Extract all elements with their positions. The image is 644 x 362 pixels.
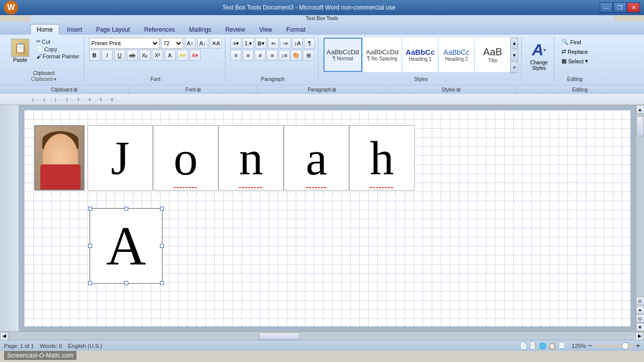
scroll-select-button[interactable]: ● [636, 306, 645, 314]
increase-indent-button[interactable]: ⇒ [280, 38, 291, 49]
letter-box-a[interactable]: a [284, 125, 349, 191]
align-center-button[interactable]: ≡ [243, 50, 254, 61]
style-no-spacing[interactable]: AaBbCcDd ¶ No Spacing [363, 38, 401, 72]
tab-review[interactable]: Review [219, 24, 252, 35]
paragraph-label-bar[interactable]: Paragraph ⊞ [258, 85, 386, 94]
borders-button[interactable]: ⊞ [303, 50, 314, 61]
scroll-thumb[interactable] [636, 116, 644, 136]
paste-button[interactable]: 📋 Paste [7, 38, 33, 64]
style-more[interactable]: ≡ [510, 62, 518, 73]
web-layout-button[interactable]: 🌐 [539, 342, 546, 349]
letter-box-o[interactable]: o [153, 125, 218, 191]
font-color-button[interactable]: A▾ [190, 50, 201, 61]
shading-button[interactable]: 🎨 [291, 50, 302, 61]
handle-tl[interactable] [88, 207, 92, 211]
style-normal[interactable]: AaBbCcDd ¶ Normal [324, 38, 362, 72]
horizontal-scrollbar[interactable]: ◀ ▶ [0, 331, 644, 340]
next-page-button[interactable]: ⊙ [636, 314, 645, 323]
replace-button[interactable]: ⇄ Replace [559, 47, 590, 56]
grow-font-button[interactable]: A↑ [185, 38, 196, 49]
document-area: J o n a h A [0, 105, 644, 331]
letter-box-n[interactable]: n [218, 125, 284, 191]
restore-button[interactable]: ❐ [613, 3, 626, 13]
multilevel-button[interactable]: ≣▾ [255, 38, 267, 49]
font-size-select[interactable]: 72 [161, 38, 183, 49]
align-left-button[interactable]: ≡ [230, 50, 242, 61]
tab-home[interactable]: Home [30, 24, 59, 35]
tab-insert[interactable]: Insert [60, 24, 89, 35]
office-logo[interactable]: W [4, 1, 18, 15]
select-button[interactable]: ▦ Select ▾ [559, 57, 590, 65]
style-heading2[interactable]: AaBbCc Heading 2 [439, 38, 474, 72]
zoom-out-button[interactable]: − [588, 342, 592, 349]
cut-button[interactable]: ✂ Cut [35, 38, 80, 45]
scroll-bar-track[interactable] [9, 332, 635, 340]
strikethrough-button[interactable]: ab [127, 50, 138, 61]
highlight-button[interactable]: A▾ [177, 50, 188, 61]
document-page[interactable]: J o n a h A [24, 110, 630, 326]
change-styles-button[interactable]: A ▾ ChangeStyles [527, 38, 551, 73]
copy-button[interactable]: 📄 Copy [35, 45, 80, 53]
textbox-A[interactable]: A [90, 208, 163, 284]
clear-format-button[interactable]: ✕A [210, 38, 222, 49]
justify-button[interactable]: ≡ [267, 50, 278, 61]
shrink-font-button[interactable]: A↓ [197, 38, 208, 49]
close-button[interactable]: ✕ [627, 3, 640, 13]
styles-label-bar[interactable]: Styles ⊞ [387, 85, 516, 94]
font-group: Primer Print 72 A↑ A↓ ✕A B I U ab X₂ X² … [86, 37, 225, 83]
child-photo[interactable] [34, 125, 85, 191]
tab-mailings[interactable]: Mailings [183, 24, 218, 35]
style-heading1[interactable]: AaBbCc Heading 1 [403, 38, 438, 72]
outline-button[interactable]: 📋 [548, 342, 556, 349]
font-label-bar[interactable]: Font ⊞ [129, 85, 258, 94]
text-effects-button[interactable]: A [165, 50, 176, 61]
scroll-bar-thumb[interactable] [259, 332, 299, 340]
underline-button[interactable]: U [114, 50, 125, 61]
scroll-right-button[interactable]: ▶ [635, 332, 644, 340]
sort-button[interactable]: ↕A [292, 38, 303, 49]
style-title[interactable]: AaB Title [475, 38, 510, 72]
clipboard-group-expand[interactable]: Clipboard ▾ [4, 76, 84, 82]
font-family-select[interactable]: Primer Print [89, 38, 159, 49]
bullets-button[interactable]: ≡▾ [230, 38, 242, 49]
superscript-button[interactable]: X² [152, 50, 163, 61]
vertical-scrollbar[interactable]: ▲ ⊙ ● ⊙ ▼ [635, 105, 644, 331]
minimize-button[interactable]: — [600, 3, 613, 13]
prev-page-button[interactable]: ⊙ [636, 297, 645, 305]
tab-references[interactable]: References [137, 24, 181, 35]
scroll-up-button[interactable]: ▲ [636, 105, 645, 114]
tab-format[interactable]: Format [280, 24, 312, 35]
draft-button[interactable]: 📃 [558, 342, 566, 349]
letter-box-J[interactable]: J [88, 125, 153, 191]
letter-box-h[interactable]: h [349, 125, 415, 191]
tab-page-layout[interactable]: Page Layout [90, 24, 136, 35]
zoom-slider[interactable] [594, 344, 634, 348]
numbering-button[interactable]: 1.▾ [243, 38, 254, 49]
format-painter-button[interactable]: 🖌 Format Painter [35, 53, 80, 60]
handle-ml[interactable] [88, 244, 92, 248]
print-layout-button[interactable]: 📄 [520, 342, 527, 349]
handle-br[interactable] [160, 281, 164, 285]
full-reading-button[interactable]: 📑 [529, 342, 537, 349]
handle-bl[interactable] [88, 281, 92, 285]
line-spacing-button[interactable]: ↕≡ [279, 50, 290, 61]
decrease-indent-button[interactable]: ⇐ [268, 38, 279, 49]
style-scroll-up[interactable]: ▲ [510, 38, 518, 49]
handle-mr[interactable] [160, 244, 164, 248]
show-marks-button[interactable]: ¶ [304, 38, 315, 49]
find-button[interactable]: 🔍 Find [559, 38, 590, 46]
scroll-left-button[interactable]: ◀ [0, 332, 9, 340]
handle-tc[interactable] [124, 207, 128, 211]
align-right-button[interactable]: ≡ [255, 50, 266, 61]
zoom-in-button[interactable]: + [636, 342, 640, 349]
italic-button[interactable]: I [102, 50, 113, 61]
tab-view[interactable]: View [253, 24, 279, 35]
bold-button[interactable]: B [89, 50, 100, 61]
scroll-down-button[interactable]: ▼ [636, 323, 645, 331]
subscript-button[interactable]: X₂ [139, 50, 150, 61]
style-scroll-down[interactable]: ▼ [510, 50, 518, 61]
clipboard-label-bar[interactable]: Clipboard ⊞ [0, 85, 129, 94]
handle-bc[interactable] [124, 281, 128, 285]
handle-tr[interactable] [160, 207, 164, 211]
scroll-track[interactable] [636, 114, 645, 297]
